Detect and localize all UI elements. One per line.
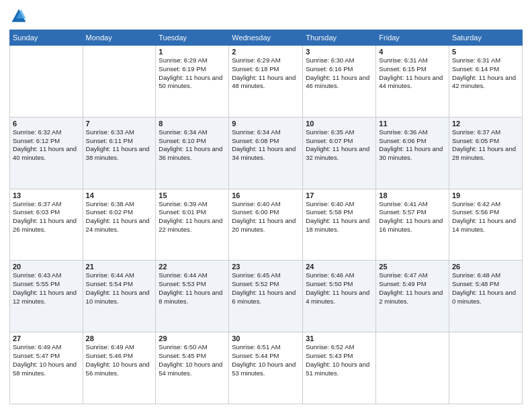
day-of-week-header: Wednesday: [229, 30, 303, 46]
calendar-day-cell: 31Sunrise: 6:52 AMSunset: 5:43 PMDayligh…: [303, 332, 376, 404]
calendar-day-cell: 18Sunrise: 6:41 AMSunset: 5:57 PMDayligh…: [376, 189, 449, 261]
calendar-day-cell: [449, 332, 522, 404]
calendar-week-row: 13Sunrise: 6:37 AMSunset: 6:03 PMDayligh…: [10, 189, 523, 261]
calendar-day-cell: 7Sunrise: 6:33 AMSunset: 6:11 PMDaylight…: [83, 117, 156, 189]
calendar-day-cell: 30Sunrise: 6:51 AMSunset: 5:44 PMDayligh…: [229, 332, 303, 404]
calendar-day-cell: 6Sunrise: 6:32 AMSunset: 6:12 PMDaylight…: [10, 117, 83, 189]
day-of-week-header: Tuesday: [156, 30, 229, 46]
day-number: 9: [232, 120, 300, 128]
calendar-day-cell: 24Sunrise: 6:46 AMSunset: 5:50 PMDayligh…: [303, 261, 376, 332]
calendar-week-row: 1Sunrise: 6:29 AMSunset: 6:19 PMDaylight…: [10, 46, 523, 118]
day-number: 23: [232, 263, 300, 271]
day-number: 24: [306, 263, 373, 271]
calendar-day-cell: 28Sunrise: 6:49 AMSunset: 5:46 PMDayligh…: [83, 332, 156, 404]
day-number: 31: [306, 334, 373, 342]
calendar-day-cell: 22Sunrise: 6:44 AMSunset: 5:53 PMDayligh…: [156, 261, 229, 332]
calendar-day-cell: 1Sunrise: 6:29 AMSunset: 6:19 PMDaylight…: [156, 46, 229, 118]
day-number: 10: [306, 120, 373, 128]
calendar-day-cell: 26Sunrise: 6:48 AMSunset: 5:48 PMDayligh…: [449, 261, 522, 332]
day-of-week-header: Sunday: [10, 30, 83, 46]
day-detail: Sunrise: 6:42 AMSunset: 5:56 PMDaylight:…: [452, 200, 519, 234]
day-number: 21: [86, 263, 153, 271]
day-detail: Sunrise: 6:36 AMSunset: 6:06 PMDaylight:…: [379, 128, 446, 163]
calendar-week-row: 20Sunrise: 6:43 AMSunset: 5:55 PMDayligh…: [10, 261, 523, 332]
day-number: 15: [159, 191, 226, 199]
calendar-day-cell: 15Sunrise: 6:39 AMSunset: 6:01 PMDayligh…: [156, 189, 229, 261]
day-detail: Sunrise: 6:38 AMSunset: 6:02 PMDaylight:…: [86, 200, 153, 234]
day-detail: Sunrise: 6:49 AMSunset: 5:47 PMDaylight:…: [13, 343, 80, 377]
calendar-header-row: SundayMondayTuesdayWednesdayThursdayFrid…: [10, 30, 523, 46]
day-of-week-header: Saturday: [449, 30, 522, 46]
day-detail: Sunrise: 6:51 AMSunset: 5:44 PMDaylight:…: [232, 343, 300, 377]
day-detail: Sunrise: 6:31 AMSunset: 6:15 PMDaylight:…: [379, 56, 446, 91]
day-detail: Sunrise: 6:49 AMSunset: 5:46 PMDaylight:…: [86, 343, 153, 377]
day-number: 16: [232, 191, 300, 199]
day-detail: Sunrise: 6:39 AMSunset: 6:01 PMDaylight:…: [159, 200, 226, 234]
day-number: 19: [452, 191, 519, 199]
header: [9, 7, 523, 26]
calendar-day-cell: 13Sunrise: 6:37 AMSunset: 6:03 PMDayligh…: [10, 189, 83, 261]
calendar-day-cell: 19Sunrise: 6:42 AMSunset: 5:56 PMDayligh…: [449, 189, 522, 261]
day-detail: Sunrise: 6:44 AMSunset: 5:53 PMDaylight:…: [159, 271, 226, 306]
day-number: 28: [86, 334, 153, 342]
calendar-day-cell: [10, 46, 83, 118]
day-of-week-header: Friday: [376, 30, 449, 46]
day-number: 30: [232, 334, 300, 342]
day-detail: Sunrise: 6:44 AMSunset: 5:54 PMDaylight:…: [86, 271, 153, 306]
day-detail: Sunrise: 6:37 AMSunset: 6:05 PMDaylight:…: [452, 128, 519, 163]
day-number: 2: [232, 48, 300, 56]
day-detail: Sunrise: 6:52 AMSunset: 5:43 PMDaylight:…: [306, 343, 373, 377]
day-of-week-header: Monday: [83, 30, 156, 46]
day-detail: Sunrise: 6:40 AMSunset: 6:00 PMDaylight:…: [232, 200, 300, 234]
calendar-day-cell: 27Sunrise: 6:49 AMSunset: 5:47 PMDayligh…: [10, 332, 83, 404]
day-detail: Sunrise: 6:31 AMSunset: 6:14 PMDaylight:…: [452, 56, 519, 91]
calendar-day-cell: 10Sunrise: 6:35 AMSunset: 6:07 PMDayligh…: [303, 117, 376, 189]
calendar-day-cell: 29Sunrise: 6:50 AMSunset: 5:45 PMDayligh…: [156, 332, 229, 404]
day-number: 6: [13, 120, 80, 128]
day-detail: Sunrise: 6:48 AMSunset: 5:48 PMDaylight:…: [452, 271, 519, 306]
day-detail: Sunrise: 6:50 AMSunset: 5:45 PMDaylight:…: [159, 343, 226, 377]
day-number: 5: [452, 48, 519, 56]
calendar-day-cell: 12Sunrise: 6:37 AMSunset: 6:05 PMDayligh…: [449, 117, 522, 189]
calendar-day-cell: 21Sunrise: 6:44 AMSunset: 5:54 PMDayligh…: [83, 261, 156, 332]
calendar-day-cell: 16Sunrise: 6:40 AMSunset: 6:00 PMDayligh…: [229, 189, 303, 261]
calendar-day-cell: 8Sunrise: 6:34 AMSunset: 6:10 PMDaylight…: [156, 117, 229, 189]
calendar-week-row: 27Sunrise: 6:49 AMSunset: 5:47 PMDayligh…: [10, 332, 523, 404]
day-detail: Sunrise: 6:47 AMSunset: 5:49 PMDaylight:…: [379, 271, 446, 306]
day-detail: Sunrise: 6:29 AMSunset: 6:18 PMDaylight:…: [232, 56, 300, 91]
day-number: 29: [159, 334, 226, 342]
day-number: 8: [159, 120, 226, 128]
calendar-day-cell: 14Sunrise: 6:38 AMSunset: 6:02 PMDayligh…: [83, 189, 156, 261]
day-detail: Sunrise: 6:43 AMSunset: 5:55 PMDaylight:…: [13, 271, 80, 306]
calendar-day-cell: 2Sunrise: 6:29 AMSunset: 6:18 PMDaylight…: [229, 46, 303, 118]
day-detail: Sunrise: 6:40 AMSunset: 5:58 PMDaylight:…: [306, 200, 373, 234]
calendar-day-cell: 20Sunrise: 6:43 AMSunset: 5:55 PMDayligh…: [10, 261, 83, 332]
day-detail: Sunrise: 6:29 AMSunset: 6:19 PMDaylight:…: [159, 56, 226, 91]
day-number: 14: [86, 191, 153, 199]
calendar-day-cell: 23Sunrise: 6:45 AMSunset: 5:52 PMDayligh…: [229, 261, 303, 332]
logo: [9, 7, 31, 26]
day-number: 11: [379, 120, 446, 128]
day-detail: Sunrise: 6:41 AMSunset: 5:57 PMDaylight:…: [379, 200, 446, 234]
day-detail: Sunrise: 6:34 AMSunset: 6:10 PMDaylight:…: [159, 128, 226, 163]
calendar-day-cell: 5Sunrise: 6:31 AMSunset: 6:14 PMDaylight…: [449, 46, 522, 118]
calendar-day-cell: 3Sunrise: 6:30 AMSunset: 6:16 PMDaylight…: [303, 46, 376, 118]
day-detail: Sunrise: 6:33 AMSunset: 6:11 PMDaylight:…: [86, 128, 153, 163]
calendar-day-cell: [83, 46, 156, 118]
day-detail: Sunrise: 6:46 AMSunset: 5:50 PMDaylight:…: [306, 271, 373, 306]
calendar-day-cell: 11Sunrise: 6:36 AMSunset: 6:06 PMDayligh…: [376, 117, 449, 189]
day-detail: Sunrise: 6:35 AMSunset: 6:07 PMDaylight:…: [306, 128, 373, 163]
day-number: 27: [13, 334, 80, 342]
calendar-day-cell: [376, 332, 449, 404]
day-detail: Sunrise: 6:34 AMSunset: 6:08 PMDaylight:…: [232, 128, 300, 163]
day-number: 3: [306, 48, 373, 56]
day-detail: Sunrise: 6:32 AMSunset: 6:12 PMDaylight:…: [13, 128, 80, 163]
calendar-week-row: 6Sunrise: 6:32 AMSunset: 6:12 PMDaylight…: [10, 117, 523, 189]
day-detail: Sunrise: 6:45 AMSunset: 5:52 PMDaylight:…: [232, 271, 300, 306]
page: SundayMondayTuesdayWednesdayThursdayFrid…: [0, 0, 532, 411]
day-of-week-header: Thursday: [303, 30, 376, 46]
calendar-day-cell: 4Sunrise: 6:31 AMSunset: 6:15 PMDaylight…: [376, 46, 449, 118]
day-number: 17: [306, 191, 373, 199]
day-number: 4: [379, 48, 446, 56]
day-number: 18: [379, 191, 446, 199]
